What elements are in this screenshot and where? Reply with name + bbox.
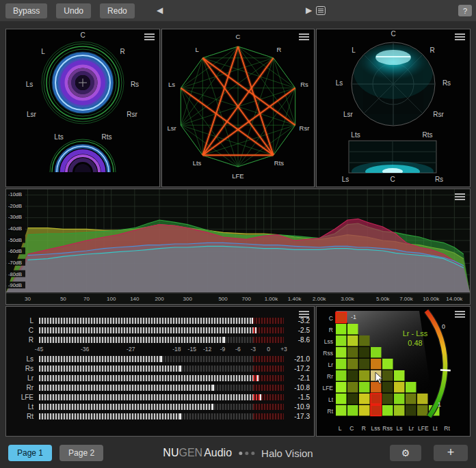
matrix-cell[interactable] xyxy=(359,347,370,358)
web-panel-menu-icon[interactable] xyxy=(299,33,309,42)
channel-label: Rt xyxy=(328,408,334,415)
scale-tick-label: -6 xyxy=(235,346,241,353)
matrix-cell[interactable] xyxy=(347,405,358,416)
page2-button[interactable]: Page 2 xyxy=(60,445,103,461)
matrix-cell[interactable] xyxy=(417,405,428,416)
channel-label: 2.00k xyxy=(313,296,327,302)
matrix-cell[interactable] xyxy=(347,359,358,370)
matrix-cell[interactable] xyxy=(336,335,347,346)
matrix-cell[interactable] xyxy=(382,382,393,393)
play-icon[interactable]: ▶ xyxy=(306,5,312,15)
meter-channel-label: Rs xyxy=(6,365,39,372)
meter-channel-label: Ls xyxy=(6,355,39,363)
matrix-cell[interactable] xyxy=(371,359,382,370)
polar-panel-menu-icon[interactable] xyxy=(455,33,465,42)
brand-audio: Audio xyxy=(204,447,232,458)
matrix-cell[interactable] xyxy=(359,394,370,404)
channel-label: 1.40k xyxy=(288,296,302,302)
channel-label: -90dB xyxy=(8,282,22,288)
channel-label: LFE xyxy=(232,172,243,180)
channel-label: Rs xyxy=(442,79,451,87)
channel-label: L xyxy=(195,46,198,53)
matrix-cell[interactable] xyxy=(382,370,393,381)
meter-track xyxy=(39,337,284,343)
meter-row: Lt-10.9 xyxy=(6,402,314,411)
channel-label: L xyxy=(339,425,342,432)
channel-label: 3.00k xyxy=(341,296,355,302)
matrix-cell[interactable] xyxy=(347,335,358,346)
brand-gen: GEN xyxy=(178,447,202,458)
matrix-cell[interactable] xyxy=(382,394,393,404)
channel-label: C xyxy=(80,31,85,39)
matrix-cell[interactable] xyxy=(394,382,405,393)
page1-button[interactable]: Page 1 xyxy=(8,445,52,461)
redo-button[interactable]: Redo xyxy=(100,3,135,18)
matrix-cell[interactable] xyxy=(359,370,370,381)
matrix-cell[interactable] xyxy=(336,312,347,323)
matrix-cell[interactable] xyxy=(336,405,347,416)
channel-label: Rsr xyxy=(127,111,137,118)
bypass-button[interactable]: Bypass xyxy=(5,3,47,18)
channel-label: -10dB xyxy=(8,191,22,197)
channel-label: Lr xyxy=(409,425,414,432)
matrix-cell[interactable] xyxy=(336,370,347,381)
meter-value: -8.6 xyxy=(284,336,314,344)
channel-label: -20dB xyxy=(8,203,22,209)
undo-button[interactable]: Undo xyxy=(56,3,91,18)
matrix-cell[interactable] xyxy=(336,394,347,404)
matrix-cell[interactable] xyxy=(406,382,416,393)
meter-row: C-2.5 xyxy=(6,326,314,335)
matrix-cell[interactable] xyxy=(347,370,358,381)
matrix-cell[interactable] xyxy=(336,347,347,358)
correlation-panel-menu-icon[interactable] xyxy=(455,311,465,319)
channel-label: 140 xyxy=(130,296,140,302)
scale-tick-label: -12 xyxy=(203,346,211,353)
previous-icon[interactable]: ◀ xyxy=(157,5,163,15)
channel-label: Ls xyxy=(336,79,343,87)
matrix-cell[interactable] xyxy=(371,347,382,358)
scale-tick-label: 0 xyxy=(267,346,270,353)
meter-row: LFE-1.5 xyxy=(6,393,314,402)
matrix-cell[interactable] xyxy=(382,359,393,370)
matrix-cell[interactable] xyxy=(347,394,358,404)
matrix-cell[interactable] xyxy=(371,394,382,404)
matrix-cell[interactable] xyxy=(336,359,347,370)
spectrum-panel-menu-icon[interactable] xyxy=(455,193,465,202)
matrix-cell[interactable] xyxy=(359,359,370,370)
scale-tick-label: -36 xyxy=(81,346,89,353)
meter-track xyxy=(39,394,284,400)
matrix-cell[interactable] xyxy=(336,382,347,393)
matrix-cell[interactable] xyxy=(371,405,382,416)
matrix-cell[interactable] xyxy=(406,405,416,416)
matrix-cell[interactable] xyxy=(394,370,405,381)
channel-label: Lt xyxy=(328,396,334,403)
settings-button[interactable]: ⚙ xyxy=(390,445,421,461)
level-meters-panel: L-3.2C-2.5R-8.6-45-36-27-18-15-12-9-6-30… xyxy=(5,306,315,437)
channel-label: 100 xyxy=(107,296,116,302)
channel-label: 14.00k xyxy=(446,296,463,302)
channel-web-visualization: CRRsRsrRtsLFELtsLsrLsL xyxy=(162,29,314,186)
channel-label: C xyxy=(391,30,395,38)
matrix-cell[interactable] xyxy=(347,324,358,335)
playlist-icon[interactable] xyxy=(316,6,326,15)
matrix-cell[interactable] xyxy=(406,394,416,404)
matrix-cell[interactable] xyxy=(359,382,370,393)
matrix-cell[interactable] xyxy=(394,405,405,416)
matrix-cell[interactable] xyxy=(336,324,347,335)
channel-label: 10.00k xyxy=(423,296,440,302)
meter-track xyxy=(39,327,284,333)
matrix-cell[interactable] xyxy=(394,394,405,404)
meter-track xyxy=(39,413,284,419)
meters-panel-menu-icon[interactable] xyxy=(299,311,309,319)
matrix-cell[interactable] xyxy=(382,405,393,416)
channel-label: -80dB xyxy=(8,271,22,277)
matrix-cell[interactable] xyxy=(417,394,428,404)
matrix-cell[interactable] xyxy=(359,405,370,416)
help-button[interactable]: ? xyxy=(458,5,472,16)
matrix-cell[interactable] xyxy=(347,382,358,393)
matrix-cell[interactable] xyxy=(347,347,358,358)
matrix-cell[interactable] xyxy=(359,335,370,346)
add-panel-button[interactable]: + xyxy=(434,445,468,461)
scope-panel-menu-icon[interactable] xyxy=(144,33,155,42)
channel-label: Rsr xyxy=(300,124,310,132)
